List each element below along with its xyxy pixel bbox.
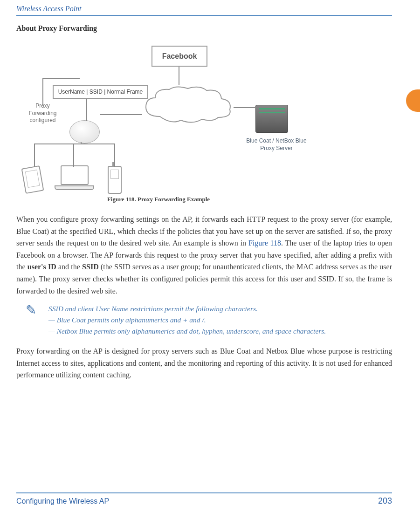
access-point-icon (69, 120, 100, 143)
note-line: — Blue Coat permits only alphanumerics a… (48, 314, 326, 326)
connector-line (81, 142, 82, 144)
paragraph-1: When you configure proxy forwarding sett… (16, 213, 392, 297)
proxy-forwarding-diagram: Facebook UserName | SSID | Normal Frame … (21, 42, 310, 196)
connector-line (114, 143, 115, 167)
proxy-server-icon (255, 105, 288, 133)
footer-section-title: Configuring the Wireless AP (16, 497, 109, 505)
note-text: SSID and client User Name restrictions p… (48, 303, 326, 337)
connector-line (234, 107, 256, 108)
figure-caption: Figure 118. Proxy Forwarding Example (21, 196, 296, 203)
tablet-icon (21, 165, 44, 194)
bold-text: user's ID (28, 263, 56, 271)
bold-text: SSID (82, 263, 99, 271)
frame-label-box: UserName | SSID | Normal Frame (53, 85, 148, 99)
connector-line (100, 114, 142, 115)
connector-line (86, 99, 87, 121)
connector-line (42, 78, 43, 106)
connector-line (73, 143, 74, 167)
cloud-icon (141, 84, 234, 128)
proxy-server-label: Blue Coat / NetBox Blue Proxy Server (239, 137, 314, 152)
page-header-title: Wireless Access Point (16, 5, 392, 16)
note-line: — Netbox Blue permits only alphanumerics… (48, 326, 326, 337)
connector-line (34, 143, 115, 144)
phone-icon (108, 166, 122, 194)
note-block: ✎ SSID and client User Name restrictions… (26, 303, 392, 337)
pencil-icon: ✎ (26, 302, 36, 318)
facebook-box: Facebook (151, 46, 207, 67)
connector-line (42, 78, 80, 79)
paragraph-text: and the (56, 263, 82, 271)
figure-link[interactable]: Figure 118 (248, 239, 281, 247)
section-heading: About Proxy Forwarding (16, 24, 392, 33)
laptop-icon (55, 165, 94, 193)
paragraph-2: Proxy forwarding on the AP is designed f… (16, 345, 392, 381)
page-number: 203 (378, 496, 392, 506)
connector-line (34, 143, 35, 167)
page-footer: Configuring the Wireless AP 203 (16, 492, 392, 506)
connector-line (179, 67, 179, 85)
note-line: SSID and client User Name restrictions p… (48, 303, 326, 314)
figure-container: Facebook UserName | SSID | Normal Frame … (16, 42, 392, 203)
